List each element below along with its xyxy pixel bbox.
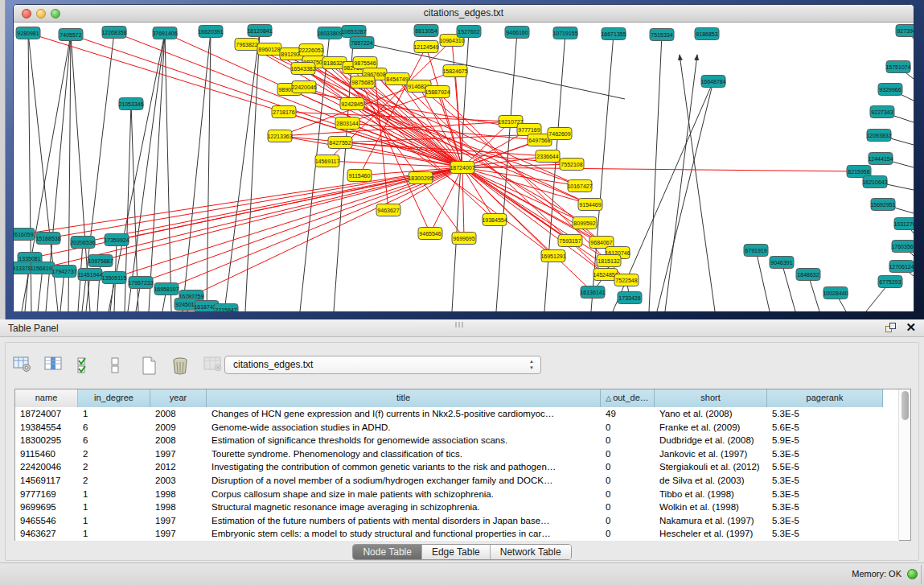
graph-node-label: 10975887 bbox=[88, 258, 113, 264]
table-cell: Tourette syndrome. Phenomenology and cla… bbox=[207, 447, 601, 461]
table-row[interactable]: 2242004622012Investigating the contribut… bbox=[15, 460, 899, 474]
graph-node-label: 3313378 bbox=[14, 266, 31, 271]
graph-node-label: 7963822 bbox=[236, 42, 257, 47]
graph-node-label: 10719155 bbox=[552, 31, 577, 36]
table-cell: 5.6E-5 bbox=[767, 421, 883, 435]
graph-node-label: 1815132 bbox=[598, 258, 619, 264]
table-browser: f(x) citations_edges.txt ▲▼ namein_degre… bbox=[5, 342, 919, 561]
column-header-pagerank[interactable]: pagerank bbox=[767, 389, 883, 407]
delete-table-icon bbox=[203, 354, 224, 375]
delete-column-icon[interactable] bbox=[170, 354, 191, 375]
table-body: 1872400712008Changes of HCN gene express… bbox=[15, 407, 899, 541]
table-row[interactable]: 1872400712008Changes of HCN gene express… bbox=[15, 407, 899, 421]
table-cell: 2003 bbox=[150, 474, 207, 488]
graph-node-label: 22420046 bbox=[291, 84, 316, 90]
graph-node-label: 1335081 bbox=[18, 256, 40, 262]
network-window-titlebar[interactable]: citations_edges.txt bbox=[14, 5, 914, 23]
table-cell: 5.3E-5 bbox=[767, 514, 883, 528]
select-all-columns-icon[interactable] bbox=[76, 354, 97, 375]
graph-node-label: 7593157 bbox=[559, 238, 581, 244]
graph-edge bbox=[165, 33, 171, 311]
column-header-out_de[interactable]: △out_de… bbox=[601, 389, 655, 407]
graph-node-label: 10028440 bbox=[823, 290, 848, 296]
table-cell: Yano et al. (2008) bbox=[655, 407, 767, 421]
network-canvas[interactable]: 1872400779638228960128891293422226053982… bbox=[14, 23, 914, 311]
table-cell: 2 bbox=[78, 447, 150, 461]
vertical-scrollbar[interactable] bbox=[898, 389, 910, 540]
graph-node-label: 6775293 bbox=[879, 279, 901, 285]
table-row[interactable]: 977716911998Corpus callosum shape and si… bbox=[15, 488, 899, 501]
graph-node-label: 9186853 bbox=[696, 31, 717, 37]
table-cell: 1998 bbox=[150, 488, 207, 501]
graph-node-label: 10312766 bbox=[893, 221, 914, 227]
table-cell: 9777169 bbox=[15, 488, 78, 501]
graph-node-label: 15692951 bbox=[870, 202, 895, 208]
table-row[interactable]: 1830029562008Estimation of significance … bbox=[15, 434, 899, 447]
graph-edge bbox=[280, 122, 511, 136]
graph-edge bbox=[756, 250, 770, 311]
graph-node-label: 15887924 bbox=[425, 89, 450, 95]
graph-node-label: 16543382 bbox=[290, 66, 315, 72]
table-panel-header[interactable]: Table Panel ✕ bbox=[0, 319, 924, 337]
graph-node-label: 11451944 bbox=[78, 272, 103, 278]
table-cell: 1 bbox=[78, 501, 150, 514]
tab-node-table[interactable]: Node Table bbox=[353, 545, 422, 559]
dropdown-stepper-icon: ▲▼ bbox=[528, 358, 536, 373]
scrollbar-thumb[interactable] bbox=[901, 391, 909, 420]
show-columns-icon[interactable] bbox=[43, 354, 64, 375]
table-cell: 1997 bbox=[150, 514, 207, 528]
graph-node-label: 19384554 bbox=[482, 217, 507, 223]
graph-node-label: 9273943 bbox=[897, 28, 914, 34]
graph-node-label: 9684067 bbox=[590, 240, 612, 245]
table-row[interactable]: 1938455462009Genome-wide association stu… bbox=[15, 421, 899, 435]
graph-node-label: 37691406 bbox=[152, 31, 177, 36]
graph-edge bbox=[462, 167, 464, 238]
column-header-year[interactable]: year bbox=[150, 389, 207, 407]
table-cell: Estimation of significance thresholds fo… bbox=[207, 434, 601, 447]
split-grip-icon[interactable] bbox=[455, 322, 465, 328]
graph-node-label: 1527602 bbox=[458, 29, 479, 35]
graph-node-label: 9154469 bbox=[579, 202, 601, 208]
memory-ok-indicator-icon[interactable] bbox=[907, 569, 918, 579]
application-window: citations_edges.txt 18724007796382289601… bbox=[0, 0, 924, 585]
table-cell: 0 bbox=[601, 434, 655, 447]
tab-edge-table[interactable]: Edge Table bbox=[422, 545, 491, 559]
table-settings-icon[interactable] bbox=[12, 354, 33, 375]
close-panel-icon[interactable]: ✕ bbox=[906, 320, 916, 335]
graph-node-label: 7857224 bbox=[351, 40, 372, 46]
table-selector-value: citations_edges.txt bbox=[233, 359, 313, 370]
graph-edge bbox=[649, 35, 662, 311]
graph-node-label: 16951291 bbox=[540, 253, 565, 259]
table-row[interactable]: 946362711997Embryonic stem cells: a mode… bbox=[15, 527, 899, 541]
table-row[interactable]: 1456911722003Disruption of a novel membe… bbox=[15, 474, 899, 488]
table-row[interactable]: 969969511998Structural magnetic resonanc… bbox=[15, 501, 899, 514]
graph-edge bbox=[544, 33, 565, 311]
column-header-title[interactable]: title bbox=[207, 389, 601, 407]
table-cell: 14569117 bbox=[15, 474, 78, 488]
table-selector-dropdown[interactable]: citations_edges.txt ▲▼ bbox=[224, 356, 541, 374]
column-header-name[interactable]: name bbox=[15, 389, 78, 407]
tab-network-table[interactable]: Network Table bbox=[491, 545, 571, 559]
graph-edge bbox=[43, 167, 462, 268]
table-cell: 5.3E-5 bbox=[767, 501, 883, 514]
graph-node-label: 1848632 bbox=[797, 272, 819, 278]
float-window-icon[interactable] bbox=[885, 323, 897, 334]
table-cell: 6 bbox=[78, 434, 150, 447]
column-header-short[interactable]: short bbox=[655, 389, 767, 407]
table-cell: Estimation of the future numbers of pati… bbox=[207, 514, 601, 528]
column-header-in_degree[interactable]: in_degree bbox=[78, 389, 150, 407]
table-cell: 5.3E-5 bbox=[767, 407, 883, 421]
table-row[interactable]: 911546021997Tourette syndrome. Phenomeno… bbox=[15, 447, 899, 461]
table-cell: Jankovic et al. (1997) bbox=[655, 447, 767, 461]
graph-node-label: 22226053 bbox=[298, 47, 323, 53]
unselect-all-columns-icon[interactable] bbox=[107, 354, 128, 375]
graph-node-label: 10964310 bbox=[439, 38, 464, 43]
create-column-icon[interactable] bbox=[139, 354, 160, 375]
graph-node-label: 9329966 bbox=[879, 87, 901, 93]
app-left-edge bbox=[0, 0, 6, 319]
graph-node-label: 13505115 bbox=[102, 275, 127, 281]
network-desktop: citations_edges.txt 18724007796382289601… bbox=[0, 0, 924, 319]
network-view-window: citations_edges.txt 18724007796382289601… bbox=[13, 4, 914, 311]
graph-node-label: 16136141 bbox=[580, 290, 605, 295]
table-row[interactable]: 946554611997Estimation of the future num… bbox=[15, 514, 899, 528]
